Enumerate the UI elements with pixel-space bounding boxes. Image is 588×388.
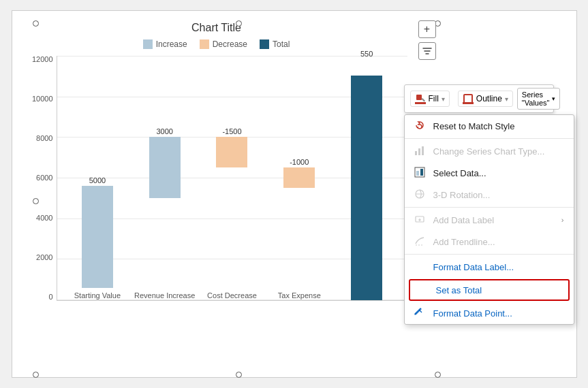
y-label-10000: 10000 [32, 95, 53, 103]
outline-label: Outline [476, 94, 502, 103]
svg-rect-2 [464, 95, 472, 103]
y-label-6000: 6000 [36, 174, 52, 182]
x-label-cost: Cost Decrease [207, 291, 257, 300]
legend-color-total [260, 39, 269, 49]
context-menu: Reset to Match Style Change Series Chart… [404, 114, 574, 325]
outline-caret: ▾ [505, 95, 508, 103]
legend-color-decrease [200, 39, 209, 49]
y-label-2000: 2000 [36, 254, 52, 261]
y-label-4000: 4000 [36, 214, 52, 222]
menu-item-format-data-label[interactable]: Format Data Label... [405, 256, 574, 278]
menu-item-add-trendline: Add Trendline... [405, 231, 574, 253]
menu-format-data-point-text: Format Data Point... [433, 308, 512, 319]
menu-item-reset[interactable]: Reset to Match Style [405, 115, 574, 137]
menu-item-format-data-point[interactable]: Format Data Point... [405, 302, 574, 324]
menu-item-3d: 3-D Rotation... [405, 184, 574, 206]
fill-caret: ▾ [442, 95, 445, 103]
fill-label: Fill [429, 94, 439, 103]
y-label-0: 0 [48, 293, 52, 301]
bar-label-5000: 5000 [89, 176, 106, 184]
legend-item-decrease: Decrease [200, 39, 247, 49]
bar-label-neg1000: -1000 [283, 158, 315, 166]
select-data-icon [414, 167, 427, 179]
bar-ending-total[interactable] [351, 76, 382, 300]
bar-starting-value[interactable] [82, 186, 113, 288]
bar-group-cost: -1500 Cost Decrease [198, 56, 266, 300]
menu-3d-label: 3-D Rotation... [433, 190, 491, 200]
svg-rect-8 [416, 171, 419, 176]
bar-label-neg1500: -1500 [216, 127, 247, 135]
y-axis: 12000 10000 8000 6000 4000 2000 0 [22, 56, 57, 301]
3d-icon [414, 189, 427, 201]
chart-title: Chart Title [19, 22, 414, 34]
y-label-8000: 8000 [36, 135, 52, 142]
change-series-icon [414, 145, 427, 157]
outline-button[interactable]: Outline ▾ [458, 91, 513, 107]
menu-format-data-label-text: Format Data Label... [433, 262, 514, 272]
set-total-icon [417, 284, 429, 296]
legend-color-increase [143, 39, 153, 49]
chart-area: Chart Title Increase Decrease Total 1200… [12, 11, 421, 378]
series-caret: ▾ [552, 95, 555, 102]
series-dropdown[interactable]: Series "Values" ▾ [517, 88, 560, 110]
bar-group-ending: 550 Ending V [333, 56, 401, 300]
bar-cost-decrease[interactable] [216, 137, 247, 167]
legend-item-total: Total [260, 39, 290, 49]
menu-item-set-total[interactable]: Set as Total [409, 279, 570, 301]
bar-tax-expense[interactable] [283, 167, 315, 188]
menu-reset-label: Reset to Match Style [433, 121, 515, 131]
handle-top-left[interactable] [33, 20, 39, 27]
svg-rect-4 [415, 151, 417, 155]
legend-label-total: Total [273, 39, 290, 49]
format-data-point-icon [414, 307, 427, 319]
fill-button[interactable]: Fill ▾ [410, 91, 450, 107]
format-toolbar: Fill ▾ Outline ▾ Series "Values" ▾ [404, 84, 554, 113]
handle-bottom-left[interactable] [33, 372, 39, 378]
menu-change-series-label: Change Series Chart Type... [433, 146, 545, 157]
chart-styles-button[interactable] [418, 42, 436, 60]
menu-sep-1 [405, 138, 574, 139]
y-label-12000: 12000 [32, 56, 53, 63]
menu-add-trendline-text: Add Trendline... [433, 237, 495, 247]
legend-label-increase: Increase [156, 39, 187, 49]
menu-item-add-data-label: Add Data Label › [405, 209, 574, 231]
reset-icon [414, 120, 427, 132]
menu-select-data-label: Select Data... [433, 168, 486, 178]
menu-sep-2 [405, 207, 574, 208]
handle-top-center[interactable] [236, 20, 242, 27]
bar-group-revenue: 3000 Revenue Increase [131, 56, 198, 300]
menu-sep-3 [405, 254, 574, 255]
handle-bottom-center[interactable] [236, 372, 242, 378]
menu-item-change-series: Change Series Chart Type... [405, 140, 574, 162]
svg-rect-1 [415, 102, 426, 104]
svg-rect-3 [463, 102, 474, 104]
handle-bottom-right[interactable] [435, 372, 441, 378]
svg-rect-5 [418, 148, 420, 155]
menu-item-select-data[interactable]: Select Data... [405, 162, 574, 184]
floating-panel: Fill ▾ Outline ▾ Series "Values" ▾ [404, 84, 574, 325]
x-label-tax: Tax Expense [278, 291, 321, 300]
legend-item-increase: Increase [143, 39, 187, 49]
bar-label-550: 550 [351, 50, 382, 58]
svg-rect-0 [416, 95, 422, 100]
legend-label-decrease: Decrease [213, 39, 247, 49]
chart-legend: Increase Decrease Total [19, 39, 414, 49]
x-label-revenue: Revenue Increase [134, 291, 195, 300]
svg-rect-9 [420, 169, 423, 176]
handle-mid-left[interactable] [33, 198, 39, 204]
submenu-arrow: › [561, 216, 564, 224]
bar-group-starting: 5000 Starting Value [64, 56, 131, 300]
bar-label-3000: 3000 [149, 127, 181, 135]
add-trendline-icon [414, 236, 427, 248]
series-label: Series "Values" [522, 91, 550, 107]
add-data-label-icon [414, 214, 427, 226]
chart-elements-button[interactable]: + [418, 20, 436, 38]
svg-rect-6 [422, 146, 424, 155]
format-data-label-icon [414, 261, 427, 273]
bar-group-tax: -1000 Tax Expense [266, 56, 333, 300]
menu-set-total-text: Set as Total [436, 285, 482, 295]
bar-revenue-increase[interactable] [149, 137, 181, 198]
bars-container: 5000 Starting Value 3000 Revenu [57, 56, 407, 300]
x-label-starting: Starting Value [74, 291, 121, 300]
menu-add-data-label-text: Add Data Label [433, 215, 495, 225]
